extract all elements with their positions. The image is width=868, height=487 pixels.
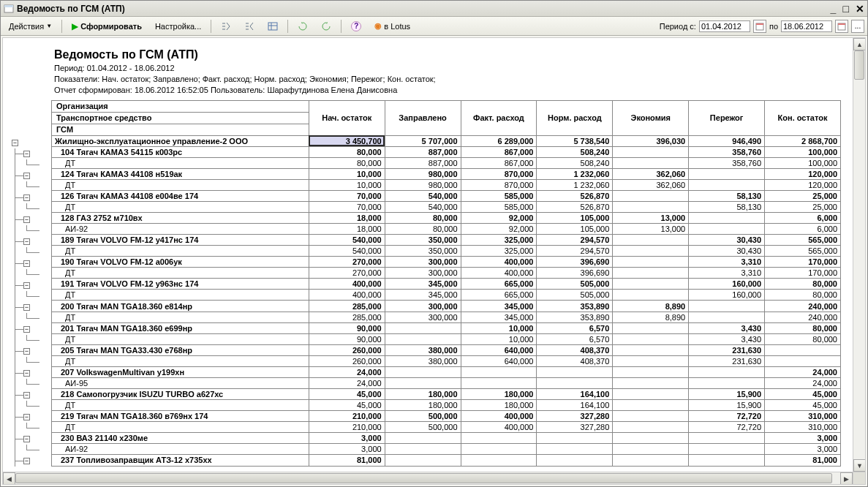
cell-value[interactable]: 10,000 [461,322,537,333]
expander-icon[interactable]: − [23,260,30,267]
row-name[interactable]: 126 Тягач КАМАЗ 44108 е004ве 174 [52,190,309,201]
row-name[interactable]: 207 VolkswagenMultivan у199хн [52,366,309,377]
cell-value[interactable] [613,246,689,257]
cell-value[interactable]: 285,000 [309,312,385,322]
row-name[interactable]: 218 Самопогрузчик ISUZU TURBO а627хс [52,388,309,399]
cell-value[interactable]: 350,000 [385,246,461,257]
expander-icon[interactable]: − [23,173,30,179]
vehicle-row[interactable]: 207 VolkswagenMultivan у199хн24,00024,00… [52,366,841,377]
row-name[interactable]: 190 Тягач VOLVO FM-12 а006ук [52,257,309,268]
cell-value[interactable]: 70,000 [309,201,385,212]
minimize-button[interactable]: _ [831,3,837,15]
expander-icon[interactable]: − [23,304,30,311]
cell-value[interactable]: 100,000 [765,146,841,157]
scroll-thumb[interactable] [854,50,864,80]
cell-value[interactable]: 327,280 [537,422,613,433]
vehicle-row[interactable]: 189 Тягач VOLVO FM-12 у417нс 174540,0003… [52,235,841,246]
cell-value[interactable] [537,377,613,388]
report-viewport[interactable]: Ведомость по ГСМ (АТП) Период: 01.04.201… [3,38,853,472]
cell-value[interactable]: 80,000 [765,290,841,301]
tool-btn-2[interactable] [239,19,260,34]
cell-value[interactable] [613,157,689,168]
cell-value[interactable]: 526,870 [537,190,613,201]
row-name[interactable]: ДТ [52,201,309,212]
cell-value[interactable]: 300,000 [385,257,461,268]
cell-value[interactable] [613,366,689,377]
cell-value[interactable]: 80,000 [309,157,385,168]
expander-icon[interactable]: − [12,140,18,146]
row-name[interactable]: 200 Тягач MAN TGA18.360 е814нр [52,301,309,312]
cell-value[interactable]: 400,000 [461,422,537,433]
cell-value[interactable] [385,333,461,344]
row-name[interactable]: 201 Тягач MAN TGA18.360 е699нр [52,322,309,333]
cell-value[interactable]: 231,630 [689,355,765,366]
row-name[interactable]: ДТ [52,246,309,257]
cell-value[interactable]: 396,690 [537,257,613,268]
cell-value[interactable] [765,355,841,366]
row-name[interactable]: ДТ [52,312,309,322]
cell-value[interactable]: 24,000 [765,366,841,377]
cell-value[interactable]: 210,000 [309,422,385,433]
cell-value[interactable] [613,344,689,355]
col-end[interactable]: Кон. остаток [765,100,841,135]
row-name[interactable]: 189 Тягач VOLVO FM-12 у417нс 174 [52,235,309,246]
cell-value[interactable]: 13,000 [613,224,689,235]
expander-icon[interactable]: − [23,414,30,420]
cell-value[interactable] [385,455,461,466]
row-name[interactable]: ДТ [52,400,309,411]
cell-value[interactable]: 887,000 [385,157,461,168]
cell-value[interactable]: 90,000 [309,322,385,333]
cell-value[interactable]: 870,000 [461,168,537,179]
cell-value[interactable]: 310,000 [765,422,841,433]
cell-value[interactable]: 8,890 [613,301,689,312]
tool-btn-5[interactable] [316,19,336,34]
cell-value[interactable]: 294,570 [537,246,613,257]
cell-value[interactable] [689,444,765,455]
cell-value[interactable]: 867,000 [461,146,537,157]
cell-value[interactable] [613,235,689,246]
cell-value[interactable]: 665,000 [461,279,537,290]
col-start[interactable]: Нач. остаток [309,100,385,135]
cell-value[interactable]: 540,000 [385,201,461,212]
cell-value[interactable] [385,433,461,444]
col-fuel[interactable]: ГСМ [52,124,309,135]
row-name[interactable]: 205 Тягач MAN TGA33.430 е768нр [52,344,309,355]
cell-value[interactable]: 867,000 [461,157,537,168]
cell-value[interactable] [613,290,689,301]
scroll-left-button[interactable]: ◀ [3,472,15,485]
cell-value[interactable] [537,433,613,444]
cell-value[interactable]: 10,000 [309,179,385,190]
cell-value[interactable] [689,224,765,235]
cell-value[interactable] [613,400,689,411]
cell-value[interactable] [461,377,537,388]
row-name[interactable]: 124 Тягач КАМАЗ 44108 н519ак [52,168,309,179]
cell-value[interactable]: 2 868,700 [765,135,841,146]
cell-value[interactable]: 5 738,540 [537,135,613,146]
cell-value[interactable]: 505,000 [537,279,613,290]
cell-value[interactable]: 100,000 [765,157,841,168]
cell-value[interactable]: 170,000 [765,268,841,279]
fuel-row[interactable]: ДТ90,00010,0006,5703,43080,000 [52,333,841,344]
cell-value[interactable]: 540,000 [309,235,385,246]
cell-value[interactable]: 160,000 [689,279,765,290]
actions-menu[interactable]: Действия ▼ [4,20,57,33]
cell-value[interactable]: 887,000 [385,146,461,157]
cell-value[interactable]: 80,000 [765,333,841,344]
cell-value[interactable]: 72,720 [689,422,765,433]
cell-value[interactable]: 400,000 [309,290,385,301]
expander-icon[interactable]: − [23,370,30,377]
col-econ[interactable]: Экономия [613,100,689,135]
cell-value[interactable]: 565,000 [765,246,841,257]
cell-value[interactable]: 294,570 [537,235,613,246]
cell-value[interactable]: 300,000 [385,312,461,322]
cell-value[interactable]: 327,280 [537,411,613,422]
cell-value[interactable]: 160,000 [689,290,765,301]
tool-btn-3[interactable] [263,19,283,34]
tool-btn-4[interactable] [293,19,313,34]
cell-value[interactable] [689,212,765,223]
cell-value[interactable] [613,333,689,344]
fuel-row[interactable]: ДТ540,000350,000325,000294,57030,430565,… [52,246,841,257]
cell-value[interactable]: 45,000 [765,400,841,411]
cell-value[interactable]: 396,030 [613,135,689,146]
cell-value[interactable]: 3,430 [689,322,765,333]
